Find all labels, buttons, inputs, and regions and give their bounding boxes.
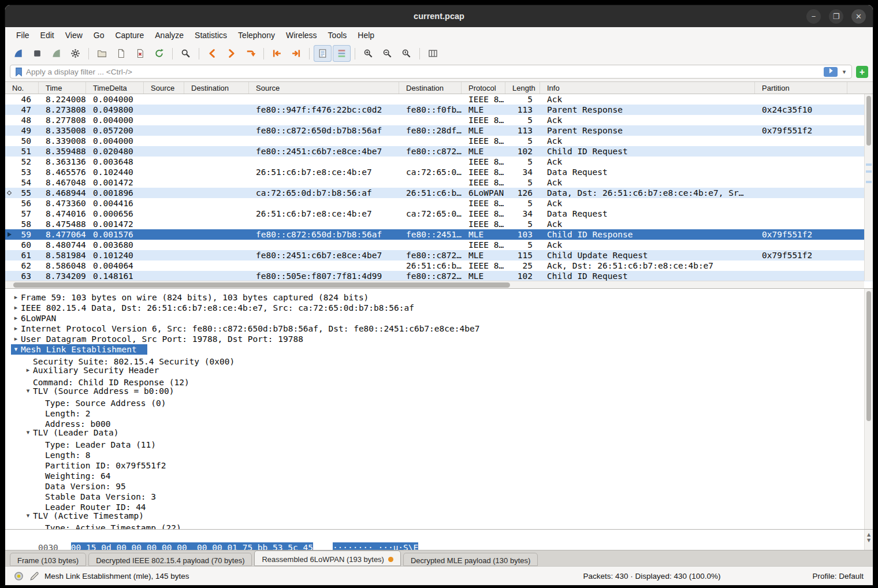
start-capture-button[interactable]: [9, 45, 27, 62]
packet-row-51[interactable]: 518.3594880.020480fe80::2451:c6b7:e8ce:4…: [5, 146, 873, 157]
byte-view-tab-2[interactable]: Decrypted IEEE 802.15.4 payload (70 byte…: [88, 553, 252, 566]
zoom-in-button[interactable]: [359, 45, 377, 62]
go-last-button[interactable]: [287, 45, 305, 62]
byte-view-tab-1[interactable]: Frame (103 bytes): [10, 553, 86, 566]
capture-comment-icon[interactable]: [29, 571, 39, 581]
packet-row-54[interactable]: 548.4670480.001472IEEE 8…5Ack: [5, 177, 873, 188]
filter-input[interactable]: [26, 68, 821, 76]
packet-row-60[interactable]: 608.4807440.003680IEEE 8…5Ack: [5, 240, 873, 250]
menu-telephony[interactable]: Telephony: [233, 28, 280, 42]
detail-row-7[interactable]: ▸Auxiliary Security Header: [5, 364, 873, 374]
filter-dropdown-button[interactable]: ▾: [840, 68, 849, 76]
detail-row-4[interactable]: ▸User Datagram Protocol, Src Port: 19788…: [5, 333, 873, 343]
detail-row-3[interactable]: ▸Internet Protocol Version 6, Src: fe80:…: [5, 322, 873, 333]
restart-capture-button[interactable]: [47, 45, 65, 62]
packet-row-48[interactable]: 488.2778080.004000IEEE 8…5Ack: [5, 115, 873, 125]
packet-row-56[interactable]: 568.4733600.004416IEEE 8…5Ack: [5, 198, 873, 209]
detail-row-1[interactable]: ▸IEEE 802.15.4 Data, Dst: 26:51:c6:b7:e8…: [5, 302, 873, 312]
stop-capture-button[interactable]: [28, 45, 46, 62]
menu-edit[interactable]: Edit: [35, 28, 59, 42]
chevron-down-icon[interactable]: ▾: [23, 511, 33, 521]
add-filter-button[interactable]: +: [856, 66, 868, 78]
column-header-protocol[interactable]: Protocol: [462, 82, 505, 94]
packet-row-58[interactable]: 588.4754880.001472IEEE 8…5Ack: [5, 219, 873, 229]
detail-row-14[interactable]: Type: Leader Data (11): [5, 437, 873, 447]
maximize-button[interactable]: ❐: [829, 9, 843, 24]
find-packet-button[interactable]: [177, 45, 195, 62]
menu-help[interactable]: Help: [352, 28, 380, 42]
detail-row-6[interactable]: Security Suite: 802.15.4 Security (0x00): [5, 353, 873, 364]
menu-analyze[interactable]: Analyze: [150, 28, 189, 42]
capture-options-button[interactable]: [66, 45, 84, 62]
scrollbar-thumb[interactable]: [866, 291, 871, 421]
resize-columns-button[interactable]: [424, 45, 442, 62]
menu-go[interactable]: Go: [88, 28, 110, 42]
column-header-destination[interactable]: Destination: [184, 82, 249, 94]
detail-row-16[interactable]: Partition ID: 0x79f551f2: [5, 457, 873, 468]
detail-row-0[interactable]: ▸Frame 59: 103 bytes on wire (824 bits),…: [5, 291, 873, 302]
menu-view[interactable]: View: [60, 28, 88, 42]
menu-capture[interactable]: Capture: [110, 28, 149, 42]
go-first-button[interactable]: [268, 45, 286, 62]
go-forward-button[interactable]: [222, 45, 240, 62]
packet-row-50[interactable]: 508.3390080.004000IEEE 8…5Ack: [5, 136, 873, 146]
chevron-down-icon[interactable]: ▾: [11, 344, 21, 355]
packet-row-63[interactable]: 638.7342090.148161fe80::505e:f807:7f81:4…: [5, 271, 873, 281]
detail-row-8[interactable]: Command: Child ID Response (12): [5, 374, 873, 385]
scrollbar-thumb[interactable]: [13, 282, 510, 288]
column-header-length[interactable]: Length: [505, 82, 540, 94]
packet-row-62[interactable]: 628.5860480.00406426:51:c6:b…IEEE 8…25Ac…: [5, 260, 873, 271]
bytes-scrollbar[interactable]: ▲▼: [864, 530, 873, 550]
detail-row-2[interactable]: ▸6LoWPAN: [5, 312, 873, 322]
column-header-no[interactable]: No.: [5, 82, 39, 94]
close-file-button[interactable]: [131, 45, 149, 62]
packet-row-59[interactable]: 598.4770640.001576fe80::c872:650d:b7b8:5…: [5, 229, 873, 240]
filter-bookmark-icon[interactable]: [13, 66, 24, 77]
packet-list-horizontal-scrollbar[interactable]: [5, 281, 864, 288]
hex-ascii-selected[interactable]: ········ ···u·S\E: [333, 542, 418, 550]
detail-row-19[interactable]: Stable Data Version: 3: [5, 489, 873, 499]
zoom-out-button[interactable]: [378, 45, 396, 62]
hex-bytes-selected[interactable]: 00 15 0d 00 00 00 00 00 00 00 01 75 bb 5…: [71, 542, 313, 550]
zoom-original-button[interactable]: [397, 45, 415, 62]
detail-row-10[interactable]: Type: Source Address (0): [5, 395, 873, 405]
column-header-source[interactable]: Source: [144, 82, 184, 94]
menu-statistics[interactable]: Statistics: [189, 28, 232, 42]
chevron-down-icon[interactable]: ▾: [23, 386, 33, 396]
auto-scroll-button[interactable]: [314, 45, 332, 62]
reload-file-button[interactable]: [150, 45, 168, 62]
packet-row-61[interactable]: 618.5819840.101240fe80::2451:c6b7:e8ce:4…: [5, 250, 873, 260]
detail-row-22[interactable]: Type: Active Timestamp (22): [5, 520, 873, 529]
detail-row-13[interactable]: ▾TLV (Leader Data): [5, 426, 873, 437]
menu-file[interactable]: File: [11, 28, 35, 42]
packet-row-46[interactable]: 468.2240080.004000IEEE 8…5Ack: [5, 94, 873, 105]
colorize-button[interactable]: [333, 45, 351, 62]
packet-row-53[interactable]: 538.4655760.10244026:51:c6:b7:e8:ce:4b:e…: [5, 167, 873, 177]
go-back-button[interactable]: [203, 45, 221, 62]
expert-info-icon[interactable]: [13, 571, 24, 581]
detail-row-5[interactable]: ▾Mesh Link Establishment: [5, 343, 873, 353]
go-to-packet-button[interactable]: [241, 45, 259, 62]
open-file-button[interactable]: [93, 45, 111, 62]
packet-list-vertical-scrollbar[interactable]: [864, 94, 873, 281]
save-file-button[interactable]: [112, 45, 130, 62]
display-filter-field[interactable]: ▾: [10, 65, 852, 79]
apply-filter-button[interactable]: [824, 67, 838, 77]
scrollbar-thumb[interactable]: [866, 96, 871, 146]
detail-row-9[interactable]: ▾TLV (Source Address = b0:00): [5, 385, 873, 395]
detail-row-21[interactable]: ▾TLV (Active Timestamp): [5, 509, 873, 520]
packet-row-55[interactable]: 558.4689440.001896ca:72:65:0d:b7:b8:56:a…: [5, 188, 873, 198]
detail-row-18[interactable]: Data Version: 95: [5, 478, 873, 489]
close-button[interactable]: ✕: [851, 9, 866, 24]
column-header-source[interactable]: Source: [249, 82, 399, 94]
chevron-down-icon[interactable]: ▾: [23, 427, 33, 438]
packet-row-52[interactable]: 528.3631360.003648IEEE 8…5Ack: [5, 157, 873, 167]
title-bar[interactable]: current.pcap − ❐ ✕: [5, 5, 873, 27]
packet-row-49[interactable]: 498.3350080.057200fe80::c872:650d:b7b8:5…: [5, 125, 873, 136]
menu-wireless[interactable]: Wireless: [281, 28, 322, 42]
column-header-destination[interactable]: Destination: [399, 82, 462, 94]
packet-row-47[interactable]: 478.2738080.049800fe80::947f:f476:22bc:c…: [5, 105, 873, 115]
menu-tools[interactable]: Tools: [323, 28, 352, 42]
column-header-info[interactable]: Info: [540, 82, 755, 94]
status-profile[interactable]: Profile: Default: [812, 572, 864, 580]
